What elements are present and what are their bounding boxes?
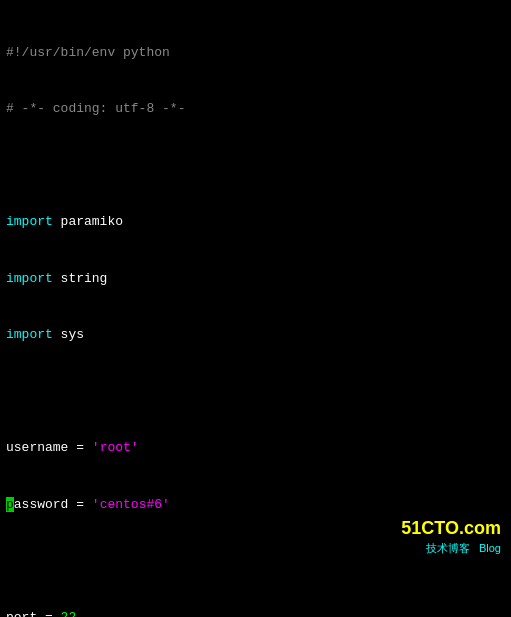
watermark-subtitle: 技术博客 Blog (401, 541, 501, 557)
line-password: password = 'centos#6' (6, 496, 505, 515)
watermark-tech: 技术博客 (426, 542, 470, 554)
line-port: port = 22 (6, 609, 505, 617)
line-blank1 (6, 157, 505, 176)
watermark-site: 51CTO.com (401, 515, 501, 541)
line-import3: import sys (6, 326, 505, 345)
line-username: username = 'root' (6, 439, 505, 458)
watermark-blog: Blog (479, 542, 501, 554)
watermark: 51CTO.com 技术博客 Blog (401, 515, 501, 557)
line-import1: import paramiko (6, 213, 505, 232)
line-blank2 (6, 383, 505, 402)
line-import2: import string (6, 270, 505, 289)
line-coding: # -*- coding: utf-8 -*- (6, 100, 505, 119)
line-shebang: #!/usr/bin/env python (6, 44, 505, 63)
